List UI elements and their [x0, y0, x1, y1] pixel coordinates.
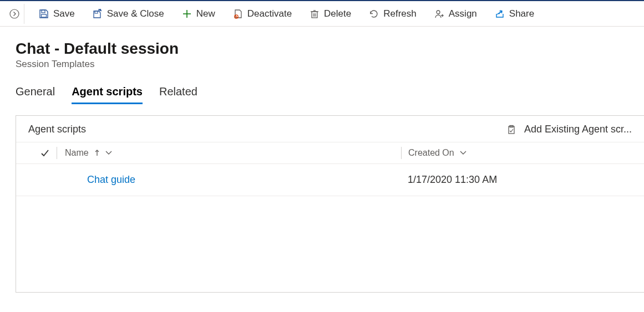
svg-rect-2 [42, 14, 47, 17]
share-icon [495, 9, 505, 19]
save-and-close-button[interactable]: Save & Close [85, 5, 172, 23]
add-existing-label: Add Existing Agent scr... [524, 124, 632, 135]
refresh-label: Refresh [383, 8, 417, 19]
row-created-cell: 1/17/2020 11:30 AM [401, 174, 497, 186]
assign-label: Assign [449, 8, 477, 19]
chevron-right-circle-icon [9, 9, 19, 19]
save-button[interactable]: Save [31, 5, 83, 23]
grid-header: Name Created On [16, 142, 644, 164]
save-icon [39, 9, 49, 19]
tabs-row: General Agent scripts Related [16, 85, 628, 104]
trash-icon [310, 9, 320, 19]
add-existing-button[interactable]: Add Existing Agent scr... [506, 124, 632, 135]
panel-title: Agent scripts [28, 124, 86, 135]
share-button[interactable]: Share [487, 5, 542, 23]
plus-icon [182, 9, 192, 19]
record-link[interactable]: Chat guide [87, 174, 135, 185]
command-bar: Save Save & Close New Deactivate Delete … [0, 0, 644, 27]
sort-ascending-icon [94, 150, 100, 156]
svg-rect-1 [42, 10, 45, 13]
assign-icon [434, 9, 444, 19]
page-title: Chat - Default session [16, 40, 628, 58]
select-all-checkbox[interactable] [33, 147, 57, 159]
agent-scripts-panel: Agent scripts Add Existing Agent scr... … [16, 115, 644, 293]
row-name-cell: Chat guide [57, 174, 401, 186]
tab-general[interactable]: General [16, 85, 55, 104]
assign-button[interactable]: Assign [427, 5, 485, 23]
column-name-label: Name [65, 148, 89, 158]
clipboard-icon [506, 125, 516, 135]
chevron-down-icon [105, 151, 112, 155]
save-close-icon [93, 9, 103, 19]
entity-name: Session Templates [16, 59, 628, 70]
refresh-icon [369, 9, 379, 19]
column-created-label: Created On [408, 148, 454, 158]
share-label: Share [509, 8, 534, 19]
column-header-name[interactable]: Name [57, 148, 401, 158]
table-row[interactable]: Chat guide 1/17/2020 11:30 AM [16, 164, 644, 196]
tab-related[interactable]: Related [159, 85, 197, 104]
record-header: Chat - Default session Session Templates… [0, 27, 644, 104]
refresh-button[interactable]: Refresh [361, 5, 424, 23]
deactivate-button[interactable]: Deactivate [225, 5, 300, 23]
column-header-created-on[interactable]: Created On [401, 147, 466, 159]
deactivate-icon [233, 9, 243, 19]
svg-point-14 [437, 11, 440, 14]
delete-label: Delete [324, 8, 351, 19]
panel-header: Agent scripts Add Existing Agent scr... [16, 116, 644, 142]
deactivate-label: Deactivate [247, 8, 292, 19]
chevron-down-icon [460, 151, 466, 155]
svg-point-0 [10, 9, 19, 18]
new-label: New [196, 8, 215, 19]
delete-button[interactable]: Delete [302, 5, 359, 23]
tab-agent-scripts[interactable]: Agent scripts [72, 85, 143, 104]
expand-command-bar-button[interactable] [4, 4, 24, 24]
new-button[interactable]: New [174, 5, 223, 23]
save-label: Save [53, 8, 75, 19]
save-and-close-label: Save & Close [107, 8, 164, 19]
